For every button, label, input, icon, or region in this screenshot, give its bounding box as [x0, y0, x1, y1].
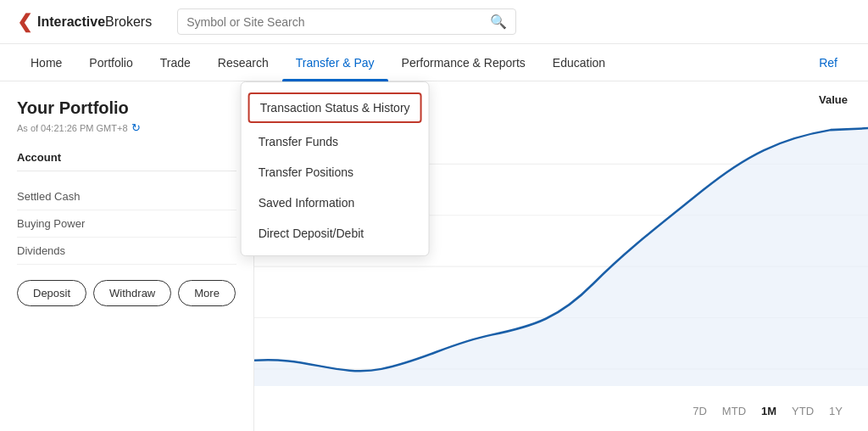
chart-footer: 7D MTD 1M YTD 1Y	[693, 405, 843, 417]
logo-text: InteractiveBrokers	[37, 14, 152, 30]
sidebar-row-settled-cash: Settled Cash	[17, 183, 236, 210]
header: ❮ InteractiveBrokers 🔍	[0, 0, 868, 44]
transfer-pay-dropdown: Transaction Status & History Transfer Fu…	[241, 81, 430, 256]
value-label: Value	[819, 93, 848, 106]
logo-icon: ❮	[17, 13, 32, 31]
account-section-label: Account	[17, 151, 236, 171]
nav-item-performance-reports[interactable]: Performance & Reports	[388, 44, 539, 81]
nav-item-research[interactable]: Research	[204, 44, 282, 81]
nav-item-portfolio[interactable]: Portfolio	[75, 44, 146, 81]
logo[interactable]: ❮ InteractiveBrokers	[17, 13, 152, 31]
nav: Home Portfolio Trade Research Transfer &…	[0, 44, 868, 81]
period-1m[interactable]: 1M	[761, 405, 776, 417]
sidebar: Your Portfolio As of 04:21:26 PM GMT+8 ↻…	[0, 81, 254, 431]
main-content: Your Portfolio As of 04:21:26 PM GMT+8 ↻…	[0, 81, 868, 431]
deposit-button[interactable]: Deposit	[17, 280, 86, 306]
search-input[interactable]	[186, 15, 485, 29]
dropdown-item-transfer-positions[interactable]: Transfer Positions	[242, 157, 429, 188]
nav-item-ref[interactable]: Ref	[805, 44, 851, 81]
more-button[interactable]: More	[178, 280, 236, 306]
period-1y[interactable]: 1Y	[829, 405, 843, 417]
sidebar-row-buying-power: Buying Power	[17, 210, 236, 238]
portfolio-subtitle: As of 04:21:26 PM GMT+8 ↻	[17, 121, 236, 134]
refresh-icon[interactable]: ↻	[131, 121, 141, 134]
dropdown-item-direct-deposit[interactable]: Direct Deposit/Debit	[242, 218, 429, 249]
search-icon: 🔍	[490, 14, 507, 30]
nav-transfer-container: Transfer & Pay Transaction Status & Hist…	[282, 44, 388, 81]
button-row: Deposit Withdraw More	[17, 280, 236, 306]
period-ytd[interactable]: YTD	[792, 405, 814, 417]
nav-item-home[interactable]: Home	[17, 44, 75, 81]
dropdown-item-saved-information[interactable]: Saved Information	[242, 188, 429, 218]
withdraw-button[interactable]: Withdraw	[93, 280, 171, 306]
nav-item-transfer-pay[interactable]: Transfer & Pay	[282, 44, 388, 81]
period-mtd[interactable]: MTD	[722, 405, 746, 417]
nav-item-trade[interactable]: Trade	[147, 44, 204, 81]
nav-item-education[interactable]: Education	[539, 44, 619, 81]
portfolio-title: Your Portfolio	[17, 98, 236, 118]
search-bar[interactable]: 🔍	[177, 8, 516, 35]
sidebar-row-dividends: Dividends	[17, 238, 236, 265]
dropdown-item-transaction-status[interactable]: Transaction Status & History	[248, 92, 422, 123]
dropdown-item-transfer-funds[interactable]: Transfer Funds	[242, 126, 429, 157]
period-7d[interactable]: 7D	[693, 405, 707, 417]
